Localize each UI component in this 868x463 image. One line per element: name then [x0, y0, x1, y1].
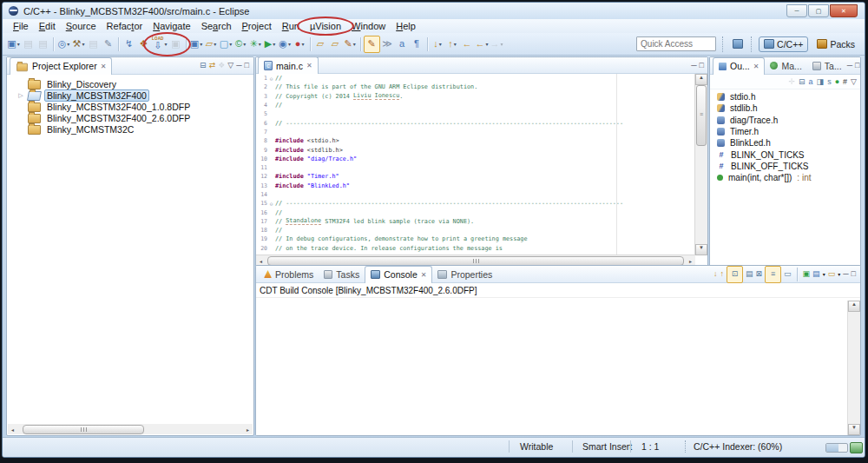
chevron-down-icon[interactable]: ▾ [243, 41, 246, 47]
close-icon[interactable]: ✕ [101, 63, 107, 70]
sort-icon[interactable]: a [809, 78, 813, 86]
chevron-down-icon[interactable]: ▾ [200, 41, 202, 47]
outline-item-main-int-char[interactable]: main(int, char*[]) : int [710, 172, 860, 183]
minimize-button[interactable]: ─ [786, 4, 807, 17]
scroll-lock-icon[interactable]: ⊠ [756, 270, 763, 278]
outline-item-timer-h[interactable]: Timer.h [710, 126, 860, 137]
console-output[interactable] [256, 301, 848, 435]
fold-marker-icon[interactable]: ⊖ [267, 201, 275, 207]
quick-access-input[interactable] [636, 36, 716, 51]
maximize-icon[interactable]: □ [245, 62, 249, 69]
show-console-on-output-icon[interactable]: ⊡ [727, 266, 743, 283]
profile-button[interactable]: ◉▾ [278, 36, 293, 52]
scroll-down-icon[interactable]: ▼ [695, 244, 707, 255]
next-error-icon[interactable]: ↓ [713, 270, 718, 278]
chevron-down-icon[interactable]: ▾ [214, 41, 216, 47]
menu-window[interactable]: Window [346, 20, 391, 32]
view-menu-icon[interactable]: ▽ [227, 62, 233, 69]
hide-non-public-icon[interactable]: ● [835, 78, 839, 86]
run-button[interactable]: ▶▾ [263, 36, 278, 52]
chevron-down-icon[interactable]: ▾ [82, 41, 84, 47]
chevron-down-icon[interactable]: ▾ [229, 41, 232, 47]
new-wizard-button[interactable]: ▣▾ [6, 36, 21, 52]
close-icon[interactable]: ✕ [421, 271, 427, 279]
packs-refresh-button[interactable]: ❖ [136, 36, 151, 52]
chevron-down-icon[interactable]: ▾ [454, 41, 457, 47]
tab-problems[interactable]: Problems [259, 266, 319, 282]
scroll-right-icon[interactable]: ▸ [686, 258, 695, 264]
tree-item-blinky-mcmstm32c[interactable]: Blinky_MCMSTM32C [7, 123, 253, 135]
maximize-icon[interactable]: □ [852, 270, 856, 278]
collapse-all-icon[interactable]: ⊟ [200, 62, 207, 69]
outline-item-blink-on-ticks[interactable]: #BLINK_ON_TICKS [710, 149, 860, 160]
minimize-icon[interactable]: ─ [847, 62, 852, 69]
new-c-file-button[interactable]: ▢▾ [219, 36, 233, 52]
open-console-icon[interactable]: ▭ [828, 270, 836, 278]
tree-item-blinky-mcbstm32f400[interactable]: ▷Blinky_MCBSTM32F400 [7, 89, 253, 101]
outline-item-stdio-h[interactable]: stdio.h [710, 91, 860, 103]
link-with-editor-icon[interactable]: ⇄ [209, 62, 216, 69]
perspective-cpp-button[interactable]: C/C++ [759, 36, 808, 52]
menu-file[interactable]: File [8, 20, 34, 32]
new-c-project-button[interactable]: ▣▾ [189, 36, 204, 52]
chevron-down-icon[interactable]: ▾ [823, 271, 825, 277]
minimize-icon[interactable]: ─ [236, 62, 241, 69]
clean-button[interactable]: ✎ [101, 36, 115, 52]
close-button[interactable]: ✕ [830, 4, 858, 17]
tab-ou[interactable]: Ou...✕ [713, 57, 765, 75]
chevron-down-icon[interactable]: ▾ [501, 41, 503, 47]
background-job-icon[interactable] [850, 442, 863, 453]
collapse-all-icon[interactable]: ⊟ [799, 78, 806, 86]
chevron-down-icon[interactable]: ▾ [838, 271, 840, 277]
filter-macros-icon[interactable]: # [843, 78, 847, 86]
build-config-button[interactable]: ©▾ [233, 36, 248, 52]
scrollbar-thumb[interactable] [23, 425, 144, 434]
clear-console-icon[interactable]: ▭ [784, 270, 792, 278]
code-area[interactable]: 1⊖//2// This file is part of the GNU ARM… [256, 74, 695, 255]
open-resource-button[interactable]: ▱ [328, 36, 343, 52]
tree-item-blinky-discovery[interactable]: Blinky_Discovery [7, 78, 253, 89]
new-folder-button[interactable]: ▱▾ [204, 36, 219, 52]
word-wrap-icon[interactable]: ≡ [765, 266, 781, 283]
menu-run[interactable]: Run [277, 20, 305, 32]
display-selected-console-icon[interactable]: ▤ [812, 270, 820, 278]
scroll-left-icon[interactable]: ◂ [256, 258, 266, 264]
perspective-packs-button[interactable]: Packs [812, 37, 859, 51]
build-target-button[interactable]: ◎▾ [56, 36, 71, 52]
tree-item-blinky-mcbstm32f400-2-6-0dfp[interactable]: Blinky_MCBSTM32F400_2.6.0DFP [7, 112, 253, 123]
scroll-down-icon[interactable]: ▼ [848, 424, 860, 435]
chevron-down-icon[interactable]: ▾ [353, 41, 356, 47]
previous-error-icon[interactable]: ↑ [720, 270, 725, 278]
chevron-down-icon[interactable]: ▾ [486, 41, 489, 47]
show-source-button[interactable]: a [395, 36, 410, 52]
expand-arrow-icon[interactable]: ▷ [17, 92, 24, 99]
scroll-right-icon[interactable]: ▸ [243, 427, 253, 433]
menu-edit[interactable]: Edit [34, 20, 61, 32]
menu-help[interactable]: Help [391, 20, 421, 32]
previous-edit-button[interactable]: ↑▾ [445, 36, 460, 52]
last-edit-location-button[interactable]: ↓▾ [431, 36, 445, 52]
outline-item-blink-off-ticks[interactable]: #BLINK_OFF_TICKS [710, 161, 860, 172]
back-history-button[interactable]: ←▾ [475, 36, 490, 52]
chevron-down-icon[interactable]: ▾ [17, 41, 20, 47]
menu-refactor[interactable]: Refactor [102, 20, 148, 32]
open-type-button[interactable]: ▱ [313, 36, 328, 52]
tab-main-c[interactable]: c main.c ✕ [258, 56, 319, 74]
minimize-icon[interactable]: ─ [691, 62, 696, 69]
mark-occurrences-button[interactable]: ✎ [364, 36, 380, 53]
tab-project-explorer[interactable]: Project Explorer ✕ [10, 57, 112, 75]
maximize-icon[interactable]: □ [855, 62, 859, 69]
load-flash-button[interactable]: LOAD⇩▾ [151, 36, 168, 52]
build-button[interactable]: ⚒▾ [71, 36, 86, 52]
scroll-up-icon[interactable]: ▲ [848, 301, 860, 312]
tab-console[interactable]: Console✕ [365, 266, 432, 283]
fold-marker-icon[interactable]: ⊖ [267, 76, 275, 82]
chevron-down-icon[interactable]: ▾ [259, 41, 261, 47]
chevron-down-icon[interactable]: ▾ [288, 41, 291, 47]
outline-item-diag-trace-h[interactable]: diag/Trace.h [710, 115, 860, 126]
outline-item-blinkled-h[interactable]: BlinkLed.h [710, 137, 860, 149]
tab-properties[interactable]: Properties [432, 266, 497, 282]
show-console-on-error-icon[interactable]: ▤ [746, 270, 753, 278]
tab-ma[interactable]: Ma... [765, 57, 806, 74]
pin-console-icon[interactable]: ▣ [803, 270, 811, 278]
